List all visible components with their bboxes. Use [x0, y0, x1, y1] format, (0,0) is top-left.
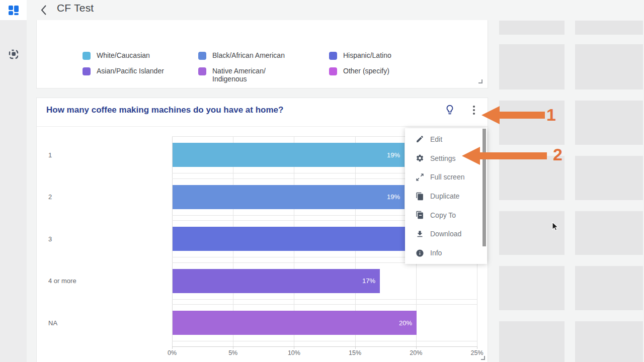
legend-swatch — [83, 52, 91, 60]
question-thumbnail[interactable] — [575, 44, 643, 89]
question-thumbnail[interactable] — [499, 211, 565, 255]
bar-1[interactable]: 19% — [173, 143, 405, 167]
gear-icon — [416, 154, 424, 162]
bar-2[interactable]: 19% — [173, 185, 405, 209]
copy-icon — [416, 211, 424, 219]
question-thumbnail[interactable] — [499, 266, 565, 310]
x-axis-tick — [233, 346, 233, 349]
category-label: 4 or more — [48, 262, 76, 300]
widget-select-icon[interactable] — [8, 48, 20, 60]
menu-item-label: Settings — [430, 154, 456, 162]
legend-item: Hispanic/Latino — [329, 51, 391, 60]
menu-item-full-screen[interactable]: Full screen — [405, 167, 487, 187]
info-icon — [416, 249, 424, 257]
question-thumbnail[interactable] — [575, 266, 643, 310]
more-options-icon[interactable] — [469, 105, 478, 116]
legend-swatch — [198, 67, 206, 75]
dashboard-logo-icon — [8, 4, 20, 16]
bar-value-label: 20% — [399, 319, 417, 327]
resize-handle-icon[interactable] — [478, 79, 482, 83]
legend-item: Native American/ Indigenous — [198, 67, 266, 83]
legend-item: Black/African American — [198, 51, 285, 60]
x-axis-label: 10% — [279, 349, 309, 356]
annotation-label-2: 2 — [553, 144, 562, 165]
menu-item-copy-to[interactable]: Copy To — [405, 206, 487, 225]
menu-item-label: Download — [430, 230, 461, 238]
menu-item-label: Info — [430, 249, 442, 257]
resize-handle-icon[interactable] — [481, 356, 485, 360]
bar-value-label: 19% — [387, 151, 405, 159]
menu-item-download[interactable]: Download — [405, 225, 487, 244]
category-label: 3 — [48, 220, 52, 257]
category-label: 1 — [48, 136, 52, 173]
bar-value-label: 19% — [387, 193, 405, 201]
menu-item-label: Duplicate — [430, 192, 459, 200]
insights-bulb-icon[interactable] — [444, 104, 456, 116]
question-thumbnail[interactable] — [499, 44, 565, 89]
bar-value-label: 17% — [362, 277, 380, 285]
x-axis-tick — [355, 346, 356, 349]
legend-label: Hispanic/Latino — [343, 51, 391, 59]
legend-item: Asian/Pacific Islander — [83, 67, 164, 75]
left-sidebar — [0, 20, 27, 362]
category-label: NA — [48, 304, 57, 341]
app-root: CF Test White/CaucasianBlack/African Ame… — [0, 0, 644, 362]
card-divider — [37, 126, 488, 127]
legend-label: White/Caucasian — [97, 51, 150, 59]
legend-label: Black/African American — [212, 51, 285, 59]
question-thumbnail[interactable] — [575, 321, 643, 362]
annotation-arrow-1 — [478, 104, 548, 127]
legend-label: Other (specify) — [343, 67, 389, 75]
legend-card[interactable]: White/CaucasianBlack/African AmericanHis… — [36, 20, 488, 88]
question-title: How many coffee making machines do you h… — [46, 105, 398, 115]
x-axis-label: 0% — [157, 349, 187, 356]
app-logo[interactable] — [0, 0, 27, 20]
menu-item-info[interactable]: Info — [405, 243, 487, 262]
top-bar: CF Test — [0, 0, 644, 20]
page-title: CF Test — [57, 2, 94, 14]
duplicate-icon — [416, 192, 424, 201]
x-axis-tick — [172, 346, 173, 349]
x-axis-label: 15% — [340, 349, 370, 356]
question-thumbnail[interactable] — [575, 101, 643, 145]
mouse-cursor — [552, 222, 562, 232]
legend-label: Asian/Pacific Islander — [97, 67, 164, 75]
legend-swatch — [329, 52, 337, 60]
legend-swatch — [329, 67, 337, 75]
x-axis-line — [172, 346, 477, 347]
x-axis-label: 5% — [218, 349, 248, 356]
question-thumbnail[interactable] — [575, 21, 643, 35]
annotation-arrow-2 — [458, 144, 550, 167]
menu-item-label: Edit — [430, 135, 442, 143]
x-axis-tick — [477, 346, 477, 349]
back-button[interactable] — [37, 4, 50, 17]
question-thumbnail[interactable] — [575, 156, 643, 200]
bar-4 or more[interactable]: 17% — [173, 269, 380, 293]
download-icon — [416, 230, 424, 238]
legend-item: Other (specify) — [329, 67, 389, 75]
question-thumbnail[interactable] — [575, 211, 643, 255]
menu-item-label: Full screen — [430, 173, 464, 181]
legend-item: White/Caucasian — [83, 51, 150, 60]
pencil-icon — [416, 135, 424, 143]
menu-item-duplicate[interactable]: Duplicate — [405, 187, 487, 206]
menu-item-label: Copy To — [430, 211, 456, 219]
x-axis-label: 25% — [462, 349, 492, 356]
bar-NA[interactable]: 20% — [173, 311, 417, 335]
fullscreen-icon — [416, 173, 424, 182]
chevron-left-icon — [40, 5, 48, 16]
legend-label: Native American/ Indigenous — [212, 67, 266, 83]
category-label: 2 — [48, 178, 52, 216]
x-axis-tick — [294, 346, 294, 349]
question-thumbnail[interactable] — [499, 321, 565, 362]
annotation-label-1: 1 — [546, 104, 556, 125]
question-thumbnail[interactable] — [499, 21, 565, 35]
x-axis-label: 20% — [401, 349, 431, 356]
x-axis-tick — [416, 346, 417, 349]
legend-swatch — [83, 67, 91, 75]
legend-swatch — [198, 52, 206, 60]
